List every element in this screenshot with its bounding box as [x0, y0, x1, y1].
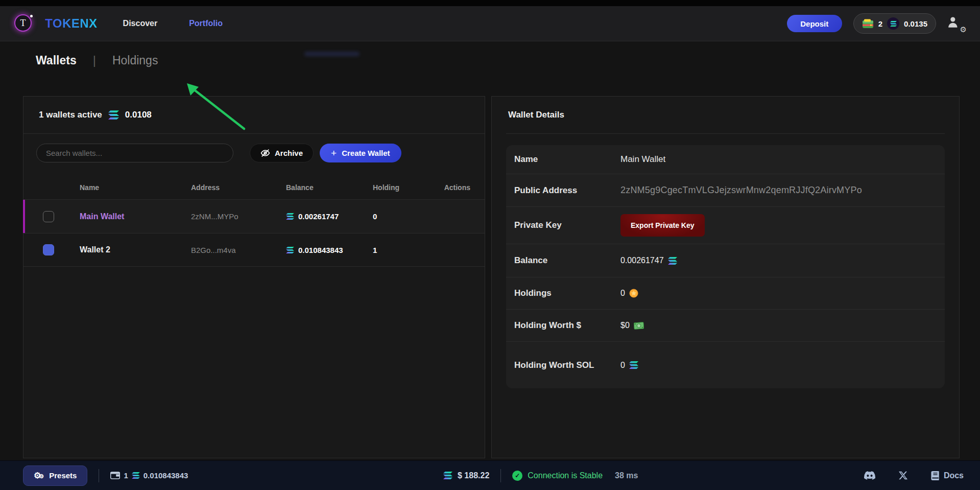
divider	[99, 469, 99, 482]
solana-icon	[286, 213, 294, 220]
app-logo[interactable]: T	[14, 14, 33, 33]
navbar: T TOKENX Discover Portfolio Deposit 2	[0, 6, 980, 41]
x-twitter-link[interactable]	[899, 471, 907, 480]
sol-price: $ 188.22	[443, 471, 489, 480]
holdings-label: Holdings	[514, 287, 620, 300]
wallet-name[interactable]: Wallet 2	[80, 245, 191, 254]
private-key-label: Private Key	[514, 219, 620, 232]
holding-worth-usd-value: $0	[620, 321, 630, 330]
wallet-name[interactable]: Main Wallet	[80, 212, 191, 221]
window-top-strip	[0, 0, 980, 6]
archive-button[interactable]: Archive	[250, 144, 314, 162]
wallets-toolbar: Archive + Create Wallet	[23, 134, 485, 172]
export-private-key-button[interactable]: Export Private Key	[620, 214, 705, 237]
eye-off-icon	[260, 148, 270, 158]
discord-link[interactable]	[864, 471, 875, 480]
solana-icon	[132, 472, 140, 479]
holdings-value: 0	[620, 289, 625, 298]
nav-link-discover[interactable]: Discover	[123, 19, 158, 28]
status-bar: ⚙⚙ Presets 1 0.010843843 $ 188.22	[0, 460, 980, 490]
wallet-balance: 0.00261747	[298, 212, 339, 221]
holding-worth-sol-label: Holding Worth SOL	[514, 359, 601, 372]
logo-dot	[30, 15, 33, 17]
docs-link[interactable]: Docs	[931, 471, 964, 480]
logo-letter: T	[14, 14, 32, 32]
tab-holdings[interactable]: Holdings	[112, 54, 158, 67]
divider	[500, 469, 501, 482]
detail-row-public-address: Public Address 2zNM5g9CgecTmVLGJejzswrMn…	[506, 174, 945, 206]
header-actions: Actions	[434, 183, 485, 192]
wallets-summary: 1 wallets active 0.0108	[23, 97, 485, 133]
nav-links: Discover Portfolio	[123, 19, 223, 28]
detail-row-name: Name Main Wallet	[506, 145, 945, 174]
search-input[interactable]	[36, 144, 233, 162]
deposit-button[interactable]: Deposit	[787, 15, 842, 32]
wallets-panel: 1 wallets active 0.0108 Archive + Create…	[23, 96, 485, 458]
discord-icon	[864, 471, 875, 480]
balance-value: 0.00261747	[620, 256, 664, 265]
coin-icon	[629, 289, 638, 298]
divider	[506, 133, 945, 134]
user-gear-icon: ⚙	[960, 26, 967, 33]
table-row-wallet-2[interactable]: Wallet 2 B2Go...m4va 0.010843843 1	[23, 233, 485, 267]
selected-row-stripe	[23, 200, 25, 233]
active-wallets-count: 1	[124, 471, 128, 480]
plus-icon: +	[331, 148, 337, 158]
wallet-holding: 1	[373, 246, 434, 254]
book-icon	[931, 471, 940, 480]
header-address: Address	[191, 183, 286, 192]
banknote-icon	[633, 321, 644, 330]
sol-badge-icon	[887, 17, 899, 30]
portfolio-tabs: Wallets | Holdings	[36, 53, 158, 67]
public-address-value[interactable]: 2zNM5g9CgecTmVLGJejzswrMnw2qemRJJfQ2Airv…	[620, 185, 862, 196]
latency-value: 38 ms	[615, 471, 638, 480]
statusbar-links: Docs	[864, 471, 964, 480]
detail-row-holding-worth-sol: Holding Worth SOL 0	[506, 341, 945, 388]
wallets-table: Name Address Balance Holding Actions Mai…	[23, 176, 485, 267]
chip-wallet-count: 2	[878, 19, 882, 28]
solana-icon	[443, 472, 452, 479]
wallet-checkbox-unchecked[interactable]	[43, 211, 54, 222]
user-icon	[947, 16, 961, 29]
solana-icon	[286, 247, 294, 253]
holding-worth-sol-value: 0	[620, 361, 625, 370]
connection-status: ✓ Connection is Stable 38 ms	[512, 471, 638, 481]
detail-row-holding-worth-usd: Holding Worth $ $0	[506, 309, 945, 341]
active-wallets-sol: 0.0108	[125, 110, 152, 120]
create-wallet-button[interactable]: + Create Wallet	[320, 144, 401, 162]
presets-label: Presets	[49, 471, 77, 480]
wallet-details-panel: Wallet Details Name Main Wallet Public A…	[491, 96, 960, 458]
tab-separator: |	[93, 53, 96, 67]
table-row-main-wallet[interactable]: Main Wallet 2zNM...MYPo 0.00261747 0	[23, 199, 485, 233]
solana-icon	[629, 361, 638, 369]
nav-link-portfolio[interactable]: Portfolio	[189, 19, 223, 28]
holding-worth-usd-label: Holding Worth $	[514, 319, 620, 332]
solana-icon	[668, 257, 677, 265]
statusbar-center: $ 188.22 ✓ Connection is Stable 38 ms	[443, 469, 638, 482]
wallet-icon	[862, 19, 874, 29]
wallet-checkbox-checked[interactable]	[43, 244, 54, 255]
sol-price-value: $ 188.22	[458, 471, 489, 480]
wallet-holding: 0	[373, 212, 434, 221]
archive-label: Archive	[275, 149, 303, 157]
create-wallet-label: Create Wallet	[342, 149, 390, 157]
tab-wallets[interactable]: Wallets	[36, 54, 77, 67]
wallet-address: 2zNM...MYPo	[191, 212, 286, 221]
user-settings-button[interactable]: ⚙	[947, 16, 965, 31]
wallet-balance-chip[interactable]: 2 0.0135	[853, 13, 936, 34]
app-root: T TOKENX Discover Portfolio Deposit 2	[0, 0, 980, 490]
chip-sol-balance: 0.0135	[904, 19, 927, 28]
detail-row-balance: Balance 0.00261747	[506, 244, 945, 277]
wallet-address: B2Go...m4va	[191, 246, 286, 254]
presets-button[interactable]: ⚙⚙ Presets	[23, 465, 87, 486]
details-card: Name Main Wallet Public Address 2zNM5g9C…	[506, 145, 945, 388]
brand-title: TOKENX	[45, 16, 98, 31]
solana-icon	[108, 110, 119, 120]
header-name: Name	[80, 183, 191, 192]
detail-row-holdings: Holdings 0	[506, 277, 945, 309]
balance-label: Balance	[514, 254, 620, 267]
name-value: Main Wallet	[620, 154, 665, 165]
navbar-right: Deposit 2 0.0135	[787, 13, 965, 34]
public-address-label: Public Address	[514, 184, 620, 197]
connection-status-text: Connection is Stable	[528, 471, 603, 480]
